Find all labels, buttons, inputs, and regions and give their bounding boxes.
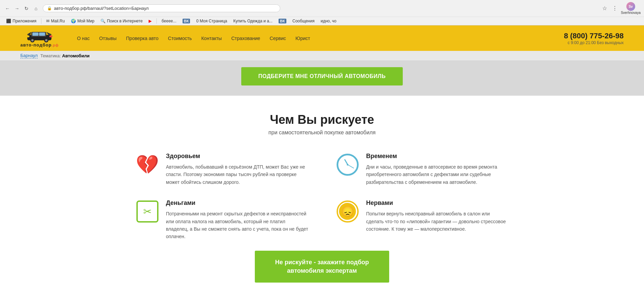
- bookmark-vk1[interactable]: ВК: [180, 18, 193, 24]
- phone-block: 8 (800) 775-26-98 с 9:00 до 21:00 Без вы…: [564, 32, 624, 45]
- bookmark-mailru-label: Mail.Ru: [51, 19, 65, 23]
- time-icon: [336, 153, 359, 176]
- browser-actions: ☆ ⋮ Sv Sverhnovaya: [601, 2, 641, 15]
- risk-health-text: Здоровьем Автомобиль, побывавший в серьё…: [166, 153, 308, 186]
- risk-item-health: 💔 Здоровьем Автомобиль, побывавший в сер…: [135, 153, 308, 186]
- money-icon: ✂: [135, 199, 159, 223]
- bookmark-moimir-label: Мой Мир: [77, 19, 94, 23]
- main-content: Чем Вы рискуете при самостоятельной поку…: [0, 96, 644, 307]
- bookmark-mypage-label: 0 Моя Страница: [196, 19, 227, 23]
- risk-nerves-desc: Попытки вернуть неисправный автомобиль в…: [366, 210, 509, 233]
- bookmark-beee[interactable]: бееее...: [159, 18, 179, 24]
- site-header: авто-подбор.рф О нас Отзывы Проверка авт…: [0, 25, 644, 51]
- nav-check[interactable]: Проверка авто: [121, 33, 164, 44]
- youtube-icon: ▶: [149, 19, 152, 23]
- svg-rect-10: [26, 36, 30, 37]
- bookmark-sep-1: [41, 18, 41, 24]
- location-city[interactable]: Барнаул: [20, 53, 38, 58]
- browser-toolbar: ← → ↻ ⌂ 🔒 авто-подбор.рф/barnaul/?setLoc…: [0, 0, 644, 17]
- section-title: Чем Вы рискуете: [34, 113, 610, 127]
- user-name: Sverhnovaya: [621, 11, 641, 15]
- moimir-icon: 🌍: [71, 19, 76, 23]
- bookmark-star-button[interactable]: ☆: [601, 4, 609, 13]
- svg-marker-8: [27, 32, 32, 35]
- hero-area: ПОДБЕРИТЕ МНЕ ОТЛИЧНЫЙ АВТОМОБИЛЬ: [0, 60, 644, 96]
- bookmarks-bar: ⬛ Приложения ✉ Mail.Ru 🌍 Мой Мир 🔍 Поиск…: [0, 17, 644, 25]
- bookmark-sep-2: [156, 18, 157, 24]
- forward-button[interactable]: →: [13, 4, 21, 13]
- risk-time-text: Временем Дни и часы, проведенные в автос…: [366, 153, 509, 186]
- search-bkm-icon: 🔍: [100, 19, 106, 23]
- menu-button[interactable]: ⋮: [611, 4, 619, 13]
- home-button[interactable]: ⌂: [32, 4, 40, 13]
- bookmark-apps[interactable]: ⬛ Приложения: [3, 18, 39, 24]
- apps-icon: ⬛: [6, 19, 11, 23]
- svg-point-7: [45, 39, 48, 41]
- clock-center: [347, 164, 348, 166]
- bookmark-moimir[interactable]: 🌍 Мой Мир: [68, 18, 97, 24]
- sad-face-icon: 😞: [337, 200, 359, 223]
- location-topic-label: Тематика: Автомобили: [40, 53, 90, 58]
- bookmark-apps-label: Приложения: [13, 19, 36, 23]
- reload-button[interactable]: ↻: [22, 4, 31, 13]
- nav-lawyer[interactable]: Юрист: [291, 33, 315, 44]
- bookmark-messages-label: Сообщения: [292, 19, 315, 23]
- address-url: авто-подбор.рф/barnaul/?setLocation=Барн…: [54, 6, 276, 11]
- nerves-icon: 😞: [336, 199, 359, 223]
- clock-min-hand: [347, 164, 354, 169]
- risk-time-desc: Дни и часы, проведенные в автосервисе во…: [366, 163, 509, 186]
- heart-icon: 💔: [136, 154, 159, 176]
- phone-hours: с 9:00 до 21:00 Без выходных: [564, 40, 624, 45]
- address-bar[interactable]: 🔒 авто-подбор.рф/barnaul/?setLocation=Ба…: [43, 4, 280, 12]
- site-logo[interactable]: авто-подбор.рф: [20, 29, 59, 47]
- logo-rf: .рф: [52, 43, 59, 47]
- risks-grid: 💔 Здоровьем Автомобиль, побывавший в сер…: [135, 153, 509, 241]
- bookmark-shop[interactable]: Купить Одежда и а...: [230, 18, 275, 24]
- bookmark-idno-label: идно, чо: [321, 19, 337, 23]
- clock-icon: [337, 154, 359, 176]
- nav-service[interactable]: Сервис: [265, 33, 291, 44]
- nav-insurance[interactable]: Страхование: [227, 33, 265, 44]
- bookmark-mailru[interactable]: ✉ Mail.Ru: [43, 18, 68, 24]
- back-button[interactable]: ←: [3, 4, 12, 13]
- risk-money-desc: Потраченными на ремонт скрытых дефектов …: [166, 210, 308, 241]
- bookmark-idno[interactable]: идно, чо: [318, 18, 339, 24]
- lock-icon: 🔒: [47, 6, 52, 11]
- sad-face-inner: 😞: [339, 203, 356, 220]
- risk-health-title: Здоровьем: [166, 153, 308, 160]
- nav-reviews[interactable]: Отзывы: [94, 33, 121, 44]
- nav-contacts[interactable]: Контакты: [196, 33, 226, 44]
- risk-nerves-title: Нервами: [366, 199, 509, 207]
- logo-label: авто-подбор.рф: [20, 42, 59, 47]
- cta-area: Не рискуйте - закажите подборавтомобиля …: [34, 241, 610, 300]
- money-wrap-icon: ✂: [136, 200, 158, 223]
- nav-price[interactable]: Стоимость: [163, 33, 196, 44]
- risk-time-title: Временем: [366, 153, 509, 160]
- bookmark-youtube[interactable]: ▶: [146, 18, 154, 24]
- svg-rect-2: [33, 33, 39, 36]
- health-icon: 💔: [135, 153, 159, 176]
- bookmark-vk2[interactable]: ВК: [276, 18, 289, 24]
- svg-rect-3: [39, 33, 45, 36]
- bookmark-mypage[interactable]: 0 Моя Страница: [193, 18, 230, 24]
- vk-icon-1: ВК: [183, 19, 190, 23]
- phone-number[interactable]: 8 (800) 775-26-98: [564, 32, 624, 40]
- risk-item-money: ✂ Деньгами Потраченными на ремонт скрыты…: [135, 199, 308, 241]
- cta-button[interactable]: Не рискуйте - закажите подборавтомобиля …: [255, 251, 390, 283]
- section-subtitle: при самостоятельной покупке автомобиля: [34, 130, 610, 136]
- nav-about[interactable]: О нас: [72, 33, 94, 44]
- svg-point-5: [31, 39, 34, 41]
- browser-chrome: ← → ↻ ⌂ 🔒 авто-подбор.рф/barnaul/?setLoc…: [0, 0, 644, 25]
- site-nav: О нас Отзывы Проверка авто Стоимость Кон…: [72, 33, 564, 44]
- hero-button[interactable]: ПОДБЕРИТЕ МНЕ ОТЛИЧНЫЙ АВТОМОБИЛЬ: [241, 67, 403, 85]
- user-avatar: Sv: [626, 2, 635, 11]
- risk-health-desc: Автомобиль, побывавший в серьёзном ДТП, …: [166, 163, 308, 186]
- bookmark-search-label: Поиск в Интернете: [107, 19, 143, 23]
- scissors-icon: ✂: [143, 206, 152, 217]
- risk-money-title: Деньгами: [166, 199, 308, 207]
- bookmark-search[interactable]: 🔍 Поиск в Интернете: [98, 18, 145, 24]
- risk-item-nerves: 😞 Нервами Попытки вернуть неисправный ав…: [336, 199, 509, 241]
- svg-marker-9: [46, 32, 52, 35]
- user-info: Sv Sverhnovaya: [621, 2, 641, 15]
- bookmark-messages[interactable]: Сообщения: [290, 18, 317, 24]
